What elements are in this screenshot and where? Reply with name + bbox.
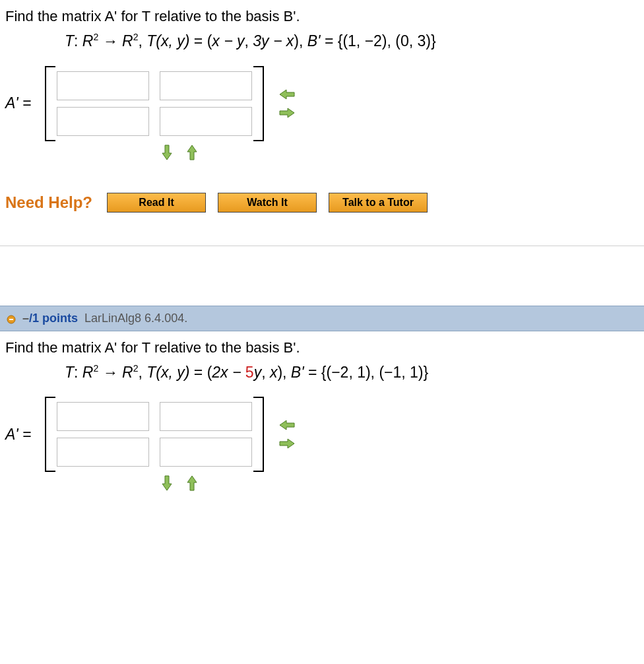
r-var: R [82, 32, 94, 50]
svg-rect-5 [9, 319, 13, 320]
eq: = [18, 426, 32, 443]
arrow-down-icon [161, 144, 173, 161]
prompt-text: Find the matrix [5, 339, 104, 356]
svg-marker-2 [162, 145, 172, 160]
a-prime: A' [104, 8, 117, 24]
basis-set: {(1, −2), (0, 3)} [338, 32, 436, 50]
question-1: Find the matrix A' for T relative to the… [0, 0, 644, 246]
sep: , [245, 32, 253, 50]
matrix-cell-1-2[interactable] [160, 71, 252, 100]
svg-marker-6 [280, 420, 294, 430]
basis-set: {(−2, 1), (−1, 1)} [321, 363, 428, 380]
eq: = [18, 94, 32, 112]
matrix-cell-2-1[interactable] [57, 107, 149, 136]
comma: , [282, 363, 291, 380]
remove-column-button[interactable] [277, 418, 297, 432]
arrow-left-icon [278, 419, 296, 431]
b-prime: B' [284, 339, 296, 356]
score-text: –/1 points LarLinAlg8 6.4.004. [22, 312, 187, 325]
t-var: T [142, 8, 150, 24]
t-var: T [146, 32, 156, 50]
colon: : [74, 32, 82, 50]
remove-column-button[interactable] [277, 87, 297, 102]
prompt-text: relative to the basis [150, 339, 284, 356]
matrix-cell-2-2[interactable] [160, 107, 252, 136]
read-it-button[interactable]: Read It [107, 193, 206, 213]
matrix-cell-1-1[interactable] [57, 71, 149, 100]
watch-it-button[interactable]: Watch It [218, 193, 317, 213]
prompt-text: for [117, 339, 142, 356]
bracket-right [253, 66, 264, 141]
arrow-left-icon [278, 88, 296, 100]
rhs-a-red: 5 [245, 363, 254, 380]
matrix-cell-2-2[interactable] [160, 438, 252, 467]
expand-icon[interactable] [7, 314, 16, 323]
a-var: A [5, 94, 15, 112]
eq: = [189, 363, 207, 380]
add-row-button[interactable] [157, 145, 177, 160]
need-help-label: Need Help? [5, 193, 92, 212]
sep: , [261, 363, 270, 380]
r-var: R [122, 363, 133, 380]
a-prime-label: A' = [5, 94, 32, 112]
prompt-text: . [296, 8, 300, 24]
xy-args: (x, y) [156, 363, 189, 380]
b-prime: B' [307, 32, 321, 50]
prompt-text: Find the matrix [5, 8, 104, 24]
remove-row-button[interactable] [182, 145, 202, 160]
remove-row-button[interactable] [182, 476, 202, 490]
arrow: → [98, 32, 122, 50]
t-var: T [65, 32, 74, 50]
r-var: R [82, 363, 94, 380]
matrix-input [42, 66, 267, 141]
bracket-left [45, 66, 55, 141]
column-arrow-controls [157, 145, 639, 160]
row-arrow-controls [277, 418, 297, 451]
answer-row: A' = [5, 66, 639, 141]
arrow-up-icon [186, 144, 198, 161]
paren: ) [277, 363, 282, 380]
question-prompt: Find the matrix A' for T relative to the… [5, 339, 639, 356]
arrow-right-icon [278, 107, 296, 119]
add-row-button[interactable] [157, 476, 177, 490]
rhs-b: x [270, 363, 278, 380]
need-help-row: Need Help? Read It Watch It Talk to a Tu… [5, 193, 639, 213]
paren: ) [294, 32, 299, 50]
svg-marker-0 [280, 90, 294, 99]
transformation-definition: T: R2 → R2, T(x, y) = (x − y, 3y − x), B… [65, 32, 639, 50]
add-column-button[interactable] [277, 106, 297, 120]
comma: , [138, 32, 146, 50]
matrix-cell-1-1[interactable] [57, 402, 149, 431]
xy-args: (x, y) [156, 32, 189, 50]
t-var: T [146, 363, 156, 380]
rhs-a-pre: 2x − [212, 363, 245, 380]
eq: = [321, 32, 338, 50]
comma: , [138, 363, 146, 380]
arrow-down-icon [161, 475, 173, 492]
svg-marker-8 [162, 476, 172, 490]
r-var: R [122, 32, 133, 50]
question-header: –/1 points LarLinAlg8 6.4.004. [0, 306, 644, 331]
a-prime-label: A' = [5, 426, 32, 444]
a-var: A [5, 426, 15, 443]
talk-to-tutor-button[interactable]: Talk to a Tutor [329, 193, 428, 213]
question-prompt: Find the matrix A' for T relative to the… [5, 8, 639, 25]
matrix-cell-2-1[interactable] [57, 438, 149, 467]
prompt-text: . [296, 339, 300, 356]
rhs-b: 3y − x [253, 32, 294, 50]
prompt-text: for [117, 8, 142, 24]
matrix-cell-1-2[interactable] [160, 402, 252, 431]
b-prime: B' [284, 8, 296, 24]
matrix-grid [57, 71, 252, 136]
colon: : [74, 363, 82, 380]
eq: = [189, 32, 207, 50]
matrix-grid [57, 402, 252, 467]
eq: = [304, 363, 321, 380]
score-dash: – [22, 312, 29, 325]
score-points: /1 points [29, 312, 78, 325]
svg-marker-3 [187, 145, 197, 160]
add-column-button[interactable] [277, 436, 297, 451]
question-2: Find the matrix A' for T relative to the… [0, 331, 644, 504]
answer-row: A' = [5, 397, 639, 472]
question-reference: LarLinAlg8 6.4.004. [84, 312, 187, 325]
